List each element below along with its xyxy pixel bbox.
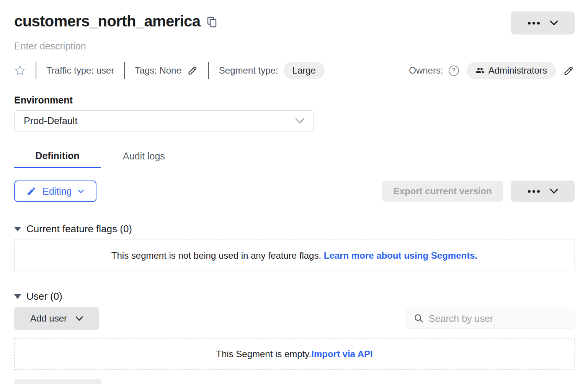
- owners-badge[interactable]: Administrators: [467, 62, 556, 79]
- page-title: customers_north_america: [14, 11, 200, 31]
- segment-page: customers_north_america Enter descriptio…: [0, 0, 588, 384]
- chevron-down-icon: [78, 189, 84, 194]
- environment-select[interactable]: Prod-Default: [14, 110, 314, 131]
- chevron-down-icon: [75, 316, 83, 321]
- traffic-type: Traffic type: user: [46, 65, 114, 76]
- feature-flags-empty-text: This segment is not being used in any fe…: [111, 250, 324, 261]
- owners-label: Owners:: [409, 65, 443, 76]
- description-placeholder[interactable]: Enter description: [14, 41, 575, 52]
- editing-label: Editing: [42, 186, 72, 197]
- owners-value: Administrators: [488, 65, 547, 76]
- tab-definition[interactable]: Definition: [14, 144, 101, 168]
- feature-flags-section-title: Current feature flags (0): [26, 223, 132, 235]
- export-current-version-button[interactable]: Export current version: [382, 181, 503, 202]
- environment-label: Environment: [14, 95, 575, 106]
- pencil-icon: [26, 186, 36, 196]
- people-icon: [475, 66, 485, 75]
- search-icon: [413, 313, 424, 324]
- segment-type-label: Segment type:: [219, 65, 278, 76]
- chevron-down-icon: [295, 118, 304, 124]
- collapse-triangle-icon: [14, 294, 21, 299]
- import-via-api-link[interactable]: Import via API: [311, 349, 372, 359]
- user-section-header[interactable]: User (0): [14, 290, 575, 302]
- segment-type: Segment type: Large: [219, 62, 325, 79]
- feature-flags-section-header[interactable]: Current feature flags (0): [14, 223, 575, 235]
- feature-flags-empty-state: This segment is not being used in any fe…: [14, 240, 575, 271]
- tags-label: Tags: None: [135, 65, 181, 76]
- user-search-box: [406, 309, 575, 329]
- tab-audit-logs[interactable]: Audit logs: [123, 144, 165, 168]
- owners-help-icon[interactable]: ?: [449, 66, 459, 76]
- page-header: customers_north_america: [14, 11, 575, 34]
- chevron-down-icon: [550, 189, 558, 194]
- add-user-button[interactable]: Add user: [14, 307, 99, 330]
- learn-more-link[interactable]: Learn more about using Segments.: [324, 250, 477, 261]
- divider: [14, 212, 575, 212]
- tags: Tags: None: [135, 65, 198, 76]
- divider: [36, 62, 36, 79]
- user-controls-row: Add user: [14, 307, 575, 330]
- editing-mode-button[interactable]: Editing: [14, 181, 96, 202]
- meta-row: Traffic type: user Tags: None Segment ty…: [14, 62, 575, 79]
- user-empty-state: This Segment is empty.Import via API: [14, 338, 575, 370]
- search-by-user-input[interactable]: [429, 313, 567, 324]
- traffic-type-label: Traffic type: user: [46, 65, 114, 76]
- divider: [208, 62, 209, 79]
- definition-toolbar: Editing Export current version: [14, 181, 575, 202]
- ellipsis-icon: [528, 22, 540, 25]
- user-section-title: User (0): [26, 290, 62, 302]
- header-more-menu-button[interactable]: [511, 11, 575, 34]
- favorite-star-icon[interactable]: [14, 65, 26, 76]
- ellipsis-icon: [528, 190, 540, 193]
- edit-owners-pencil-icon[interactable]: [563, 65, 575, 77]
- partially-visible-button[interactable]: [14, 379, 101, 384]
- divider: [124, 62, 125, 79]
- chevron-down-icon: [550, 20, 558, 26]
- copy-icon[interactable]: [207, 16, 217, 28]
- add-user-label: Add user: [30, 313, 67, 324]
- segment-type-badge: Large: [284, 62, 325, 79]
- edit-tags-pencil-icon[interactable]: [187, 65, 198, 76]
- collapse-triangle-icon: [14, 227, 21, 231]
- definition-more-menu-button[interactable]: [511, 181, 575, 202]
- tab-bar: Definition Audit logs: [14, 144, 575, 168]
- environment-selected-value: Prod-Default: [24, 115, 77, 126]
- user-empty-text: This Segment is empty.: [216, 349, 311, 359]
